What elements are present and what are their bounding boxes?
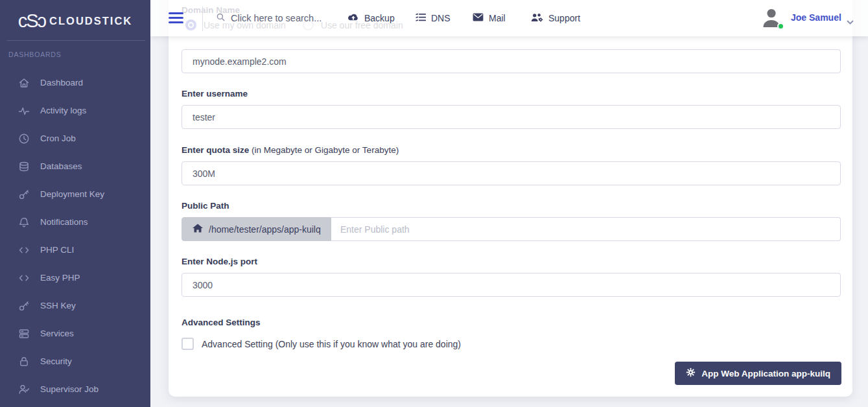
user-menu[interactable]: Joe Samuel <box>791 12 841 23</box>
lock-icon <box>18 356 30 367</box>
sidebar-item-cron-job[interactable]: Cron Job <box>0 124 150 152</box>
support-users-icon <box>531 13 543 24</box>
sidebar-item-php-cli[interactable]: PHP CLI <box>0 236 150 264</box>
home-icon <box>18 77 30 89</box>
submit-button-label: App Web Application app-kuilq <box>701 369 830 378</box>
sidebar-item-databases[interactable]: Databases <box>0 152 150 180</box>
brand-name: CLOUDSTICK <box>49 15 132 27</box>
key-icon <box>18 300 30 312</box>
advanced-setting-checkbox[interactable] <box>182 338 194 350</box>
sidebar-item-dashboard[interactable]: Dashboard <box>0 69 150 97</box>
nav-support[interactable]: Support <box>531 8 580 28</box>
sidebar-divider <box>6 40 145 41</box>
home-icon <box>193 224 203 235</box>
cloudstick-logo-icon: cSɔ <box>18 12 45 30</box>
username-label: Enter username <box>182 89 248 99</box>
activity-icon <box>18 105 30 117</box>
public-path-label: Public Path <box>182 201 229 211</box>
username-input[interactable] <box>182 105 841 129</box>
sidebar-item-supervisor-job[interactable]: Supervisor Job <box>0 375 150 403</box>
sidebar-item-security[interactable]: Security <box>0 347 150 375</box>
quota-input[interactable] <box>182 161 841 185</box>
cloud-upload-icon <box>347 13 359 24</box>
quota-label: Enter quota size (in Megabyte or Gigabyt… <box>182 145 399 155</box>
gear-icon <box>686 367 696 379</box>
nav-dns[interactable]: DNS <box>416 8 451 28</box>
sidebar-item-deployment-key[interactable]: Deployment Key <box>0 180 150 208</box>
bell-icon <box>18 216 30 228</box>
create-app-submit-button[interactable]: App Web Application app-kuilq <box>675 362 841 385</box>
server-icon <box>18 328 30 340</box>
sidebar-section-label: DASHBOARDS <box>8 51 62 58</box>
global-search[interactable]: Click here to search... <box>217 8 322 28</box>
database-icon <box>18 161 30 172</box>
brand-logo[interactable]: cSɔ CLOUDSTICK <box>0 5 150 36</box>
nav-mail-label: Mail <box>489 13 506 23</box>
chevron-down-icon[interactable] <box>847 16 854 27</box>
sidebar-item-activity-logs[interactable]: Activity logs <box>0 97 150 124</box>
sidebar-item-easy-php[interactable]: Easy PHP <box>0 264 150 292</box>
quota-hint: (in Megabyte or Gigabyte or Terabyte) <box>249 145 399 155</box>
search-placeholder-text: Click here to search... <box>231 13 322 23</box>
search-icon <box>217 12 225 24</box>
node-port-label: Enter Node.js port <box>182 257 257 266</box>
sidebar-item-services[interactable]: Services <box>0 320 150 347</box>
sidebar-item-ssh-key[interactable]: SSH Key <box>0 292 150 320</box>
dns-list-icon <box>416 13 426 24</box>
envelope-icon <box>473 13 484 23</box>
app-root: Domain Name Use my own domain Use our fr… <box>0 0 868 407</box>
nav-backup-label: Backup <box>364 13 395 23</box>
clock-icon <box>18 133 30 145</box>
create-app-form-card: Domain Name Use my own domain Use our fr… <box>169 0 852 397</box>
domain-name-input[interactable] <box>182 49 841 73</box>
public-path-prefix-text: /home/tester/apps/app-kuilq <box>209 224 321 235</box>
top-header: Click here to search... Backup DNS Mail <box>150 0 868 36</box>
nav-backup[interactable]: Backup <box>347 8 395 28</box>
code-icon <box>18 244 30 256</box>
user-avatar[interactable] <box>760 6 784 30</box>
key-icon <box>18 189 30 200</box>
online-status-dot <box>777 23 784 30</box>
advanced-settings-heading: Advanced Settings <box>182 318 261 327</box>
user-check-icon <box>18 384 30 395</box>
nav-support-label: Support <box>548 13 580 23</box>
header-divider <box>202 6 203 31</box>
code-icon <box>18 272 30 284</box>
advanced-setting-label: Advanced Setting (Only use this if you k… <box>202 339 461 349</box>
public-path-prefix: /home/tester/apps/app-kuilq <box>182 217 331 241</box>
node-port-input[interactable] <box>182 273 841 297</box>
sidebar-item-notifications[interactable]: Notifications <box>0 208 150 236</box>
nav-mail[interactable]: Mail <box>473 8 506 28</box>
public-path-group: /home/tester/apps/app-kuilq <box>182 217 841 241</box>
sidebar: cSɔ CLOUDSTICK DASHBOARDS Dashboard Acti… <box>0 0 150 407</box>
advanced-setting-row: Advanced Setting (Only use this if you k… <box>182 338 461 350</box>
public-path-input[interactable] <box>331 217 841 241</box>
nav-dns-label: DNS <box>431 13 451 23</box>
menu-toggle-icon[interactable] <box>169 12 183 23</box>
